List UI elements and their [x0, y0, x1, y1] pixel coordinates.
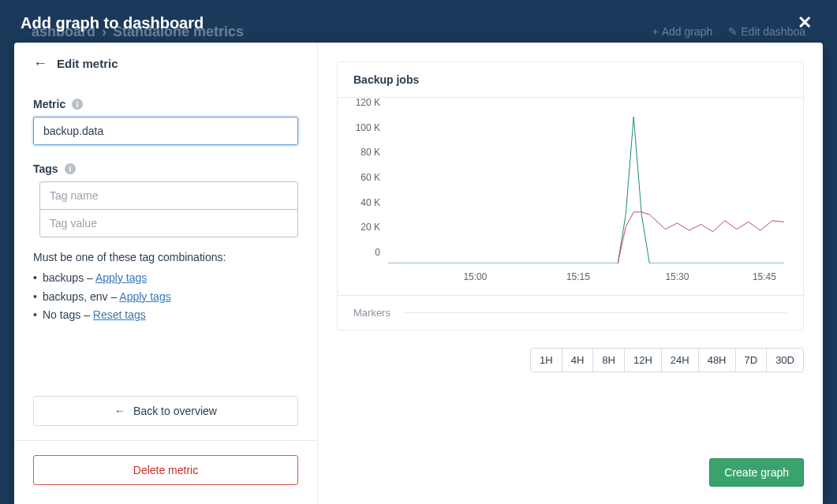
apply-tags-link[interactable]: Apply tags	[95, 271, 147, 284]
info-icon[interactable]: i	[65, 163, 76, 174]
range-7d[interactable]: 7D	[736, 349, 768, 371]
metric-input[interactable]	[33, 117, 298, 145]
close-icon[interactable]: ✕	[793, 13, 816, 33]
edit-metric-title: Edit metric	[57, 57, 118, 70]
back-to-overview-button[interactable]: ← Back to overview	[33, 396, 298, 426]
range-12h[interactable]: 12H	[625, 349, 662, 371]
tag-combo-item: backups, env – Apply tags	[33, 288, 298, 307]
markers-label: Markers	[353, 307, 390, 319]
range-8h[interactable]: 8H	[593, 349, 625, 371]
tags-label: Tags	[33, 162, 58, 175]
range-1h[interactable]: 1H	[531, 349, 562, 371]
range-30d[interactable]: 30D	[767, 349, 803, 371]
arrow-left-icon: ←	[114, 405, 125, 417]
y-tick: 60 K	[347, 172, 380, 183]
range-24h[interactable]: 24H	[662, 349, 699, 371]
time-range-group: 1H4H8H12H24H48H7D30D	[530, 348, 804, 372]
apply-tags-link[interactable]: Apply tags	[119, 290, 170, 303]
y-tick: 100 K	[347, 122, 380, 133]
reset-tags-link[interactable]: Reset tags	[93, 308, 146, 321]
x-tick: 15:15	[566, 271, 590, 282]
range-4h[interactable]: 4H	[562, 349, 594, 371]
markers-line	[403, 312, 787, 313]
tag-name-input[interactable]	[39, 181, 298, 210]
y-tick: 120 K	[347, 97, 380, 108]
modal-title: Add graph to dashboard	[21, 14, 204, 32]
y-tick: 20 K	[347, 222, 380, 233]
delete-metric-button[interactable]: Delete metric	[33, 455, 298, 485]
y-tick: 0	[347, 247, 380, 258]
y-tick: 80 K	[347, 147, 380, 158]
x-tick: 15:30	[665, 271, 689, 282]
chart-title: Backup jobs	[338, 62, 803, 97]
tag-combo-item: backups – Apply tags	[33, 269, 298, 288]
tag-value-input[interactable]	[39, 209, 298, 237]
create-graph-button[interactable]: Create graph	[709, 458, 804, 487]
add-graph-modal: Add graph to dashboard ✕ ← Edit metric M…	[14, 0, 823, 504]
tag-combo-intro: Must be one of these tag combinations:	[33, 248, 298, 267]
tag-combo-item: No tags – Reset tags	[33, 306, 298, 325]
info-icon[interactable]: i	[72, 99, 83, 110]
x-tick: 15:45	[753, 271, 776, 282]
y-tick: 40 K	[347, 197, 380, 208]
back-arrow-icon[interactable]: ←	[33, 55, 47, 72]
x-tick: 15:00	[463, 271, 487, 282]
range-48h[interactable]: 48H	[699, 349, 736, 371]
chart-series-series-a	[388, 117, 784, 263]
chart-card: Backup jobs 020 K40 K60 K80 K100 K120 K …	[337, 62, 804, 330]
chart-plot: 020 K40 K60 K80 K100 K120 K 15:0015:1515…	[350, 114, 790, 287]
metric-label: Metric	[33, 98, 65, 110]
